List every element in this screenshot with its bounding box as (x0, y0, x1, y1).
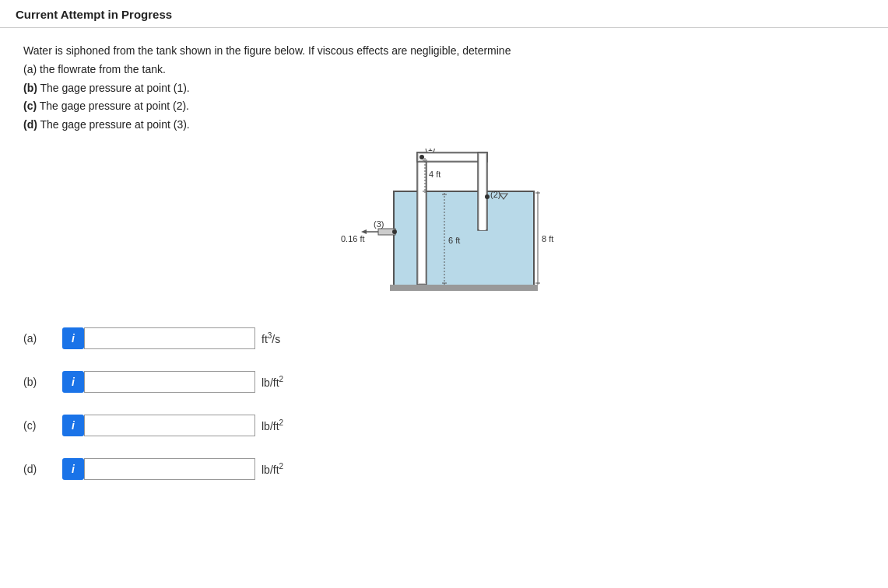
svg-rect-5 (419, 154, 486, 160)
problem-description: Water is siphoned from the tank shown in… (23, 42, 865, 61)
part-b-text: (b) The gage pressure at point (1). (23, 79, 865, 98)
label-a: (a) (23, 332, 62, 345)
answer-section: (a) i ft3/s (b) i lb/ft2 (c) i lb/ft2 (d… (23, 327, 865, 480)
label-b: (b) (23, 376, 62, 388)
svg-rect-7 (479, 154, 486, 230)
svg-point-13 (419, 155, 424, 159)
unit-c: lb/ft2 (261, 418, 283, 432)
info-button-c[interactable]: i (62, 415, 84, 436)
svg-text:(1): (1) (425, 149, 435, 152)
unit-a: ft3/s (261, 331, 280, 345)
main-content: Water is siphoned from the tank shown in… (0, 28, 888, 516)
svg-text:0.16 ft: 0.16 ft (341, 234, 365, 243)
problem-text: Water is siphoned from the tank shown in… (23, 42, 865, 135)
answer-row-d: (d) i lb/ft2 (23, 458, 865, 480)
label-d: (d) (23, 463, 62, 475)
unit-b: lb/ft2 (261, 375, 283, 389)
part-a-text: (a) the flowrate from the tank. (23, 61, 865, 79)
info-button-b[interactable]: i (62, 371, 84, 393)
diagram-area: (1) (2) (3) 4 ft 6 ft 0.1 (23, 149, 865, 304)
input-d[interactable] (84, 458, 255, 480)
svg-text:(2): (2) (490, 190, 500, 199)
svg-rect-8 (390, 285, 538, 291)
svg-point-18 (392, 229, 397, 234)
page-title: Current Attempt in Progress (16, 8, 172, 21)
label-c: (c) (23, 419, 62, 432)
info-button-d[interactable]: i (62, 458, 84, 480)
diagram-svg: (1) (2) (3) 4 ft 6 ft 0.1 (324, 149, 565, 304)
part-c-text: (c) The gage pressure at point (2). (23, 97, 865, 116)
input-b[interactable] (84, 371, 255, 393)
svg-rect-1 (395, 192, 533, 285)
header-bar: Current Attempt in Progress (0, 0, 888, 28)
unit-d: lb/ft2 (261, 462, 283, 476)
answer-row-b: (b) i lb/ft2 (23, 371, 865, 393)
input-c[interactable] (84, 415, 255, 436)
svg-text:6 ft: 6 ft (448, 236, 460, 245)
svg-point-16 (485, 194, 490, 199)
answer-row-c: (c) i lb/ft2 (23, 415, 865, 436)
part-d-text: (d) The gage pressure at point (3). (23, 116, 865, 135)
svg-text:8 ft: 8 ft (542, 234, 553, 243)
svg-text:4 ft: 4 ft (429, 170, 440, 179)
info-button-a[interactable]: i (62, 327, 84, 349)
svg-rect-3 (419, 154, 425, 283)
answer-row-a: (a) i ft3/s (23, 327, 865, 349)
svg-text:(3): (3) (374, 219, 384, 229)
input-a[interactable] (84, 327, 255, 349)
